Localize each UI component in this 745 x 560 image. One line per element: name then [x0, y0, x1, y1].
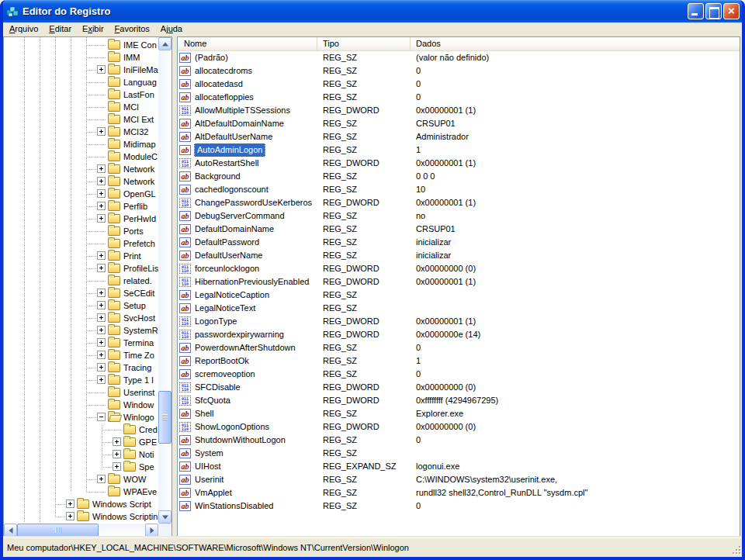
registry-value-row[interactable]: scremoveoptionREG_SZ0 — [178, 368, 740, 381]
scroll-down-button[interactable] — [158, 510, 172, 524]
registry-value-row[interactable]: ShellREG_SZExplorer.exe — [178, 407, 740, 420]
horizontal-scroll-thumb[interactable] — [17, 524, 99, 537]
tree-item[interactable]: IniFileMa — [4, 64, 158, 76]
tree-item[interactable]: Noti — [4, 448, 158, 461]
expand-plus-icon[interactable] — [97, 351, 106, 359]
tree-item[interactable]: ProfileLis — [4, 262, 158, 275]
registry-value-row[interactable]: UIHostREG_EXPAND_SZlogonui.exe — [178, 460, 740, 473]
tree-vertical-scrollbar[interactable] — [158, 37, 172, 524]
tree-item[interactable]: Languag — [4, 76, 158, 88]
column-header-dados[interactable]: Dados — [411, 37, 740, 51]
registry-value-row[interactable]: DebugServerCommandREG_SZno — [178, 209, 740, 223]
tree-horizontal-scrollbar[interactable] — [4, 524, 158, 537]
expand-plus-icon[interactable] — [97, 164, 106, 173]
registry-value-row[interactable]: ShowLogonOptionsREG_DWORD0x00000000 (0) — [178, 420, 740, 434]
menu-arquivo[interactable]: Arquivo — [4, 22, 43, 36]
tree-item[interactable]: Network — [4, 175, 158, 188]
tree-item[interactable]: Winlogo — [4, 411, 158, 423]
registry-value-row[interactable]: VmAppletREG_SZrundll32 shell32,Control_R… — [178, 486, 740, 500]
registry-value-row[interactable]: AltDefaultDomainNameREG_SZCRSUP01 — [178, 117, 740, 130]
tree-item[interactable]: Type 1 I — [4, 374, 158, 386]
tree-item[interactable]: GPE — [4, 436, 158, 448]
column-header-tipo[interactable]: Tipo — [317, 37, 411, 51]
tree-item[interactable]: Network — [4, 163, 158, 175]
expand-plus-icon[interactable] — [97, 189, 106, 198]
registry-value-row[interactable]: passwordexpirywarningREG_DWORD0x0000000e… — [178, 328, 740, 341]
registry-value-row[interactable]: HibernationPreviouslyEnabledREG_DWORD0x0… — [178, 275, 740, 289]
registry-value-row[interactable]: AltDefaultUserNameREG_SZAdministrador — [178, 130, 740, 143]
registry-value-row[interactable]: DefaultUserNameREG_SZinicializar — [178, 249, 740, 262]
registry-value-row[interactable]: AutoAdminLogonREG_SZ1 — [178, 143, 740, 157]
expand-plus-icon[interactable] — [97, 264, 106, 272]
tree-item[interactable]: IMM — [4, 51, 158, 64]
registry-value-row[interactable]: ChangePasswordUseKerberosREG_DWORD0x0000… — [178, 196, 740, 209]
expand-plus-icon[interactable] — [97, 202, 106, 210]
tree-item[interactable]: MCI32 — [4, 126, 158, 138]
tree-item[interactable]: Cred — [4, 423, 158, 436]
tree-item[interactable]: SvcHost — [4, 312, 158, 324]
expand-plus-icon[interactable] — [97, 313, 106, 322]
expand-plus-icon[interactable] — [97, 177, 106, 185]
tree-item[interactable]: SystemR — [4, 324, 158, 337]
registry-value-row[interactable]: AllowMultipleTSSessionsREG_DWORD0x000000… — [178, 104, 740, 117]
tree-item[interactable]: MCI Ext — [4, 113, 158, 126]
vertical-scroll-thumb[interactable] — [158, 391, 172, 444]
registry-value-row[interactable]: allocatecdromsREG_SZ0 — [178, 64, 740, 78]
expand-plus-icon[interactable] — [97, 65, 106, 74]
expand-plus-icon[interactable] — [66, 500, 74, 508]
registry-value-row[interactable]: AutoRestartShellREG_DWORD0x00000001 (1) — [178, 157, 740, 170]
registry-value-row[interactable]: WinStationsDisabledREG_SZ0 — [178, 500, 740, 513]
registry-value-row[interactable]: allocatedasdREG_SZ0 — [178, 78, 740, 91]
tree-item[interactable]: Windows Scriptin — [4, 510, 158, 523]
expand-plus-icon[interactable] — [66, 512, 74, 520]
tree-item[interactable]: LastFon — [4, 88, 158, 101]
tree-item[interactable]: OpenGL — [4, 188, 158, 200]
tree-item[interactable]: Tracing — [4, 361, 158, 374]
tree-item[interactable]: SeCEdit — [4, 287, 158, 299]
expand-plus-icon[interactable] — [97, 127, 106, 136]
tree-item[interactable]: MCI — [4, 101, 158, 113]
tree-item[interactable]: Windows Script — [4, 498, 158, 510]
tree-item[interactable]: Setup — [4, 299, 158, 312]
registry-value-row[interactable]: PowerdownAfterShutdownREG_SZ0 — [178, 341, 740, 354]
expand-plus-icon[interactable] — [97, 475, 106, 483]
menu-exibir[interactable]: Exibir — [77, 22, 109, 36]
tree-item[interactable]: Midimap — [4, 138, 158, 150]
expand-plus-icon[interactable] — [97, 338, 106, 347]
expand-plus-icon[interactable] — [97, 251, 106, 260]
expand-plus-icon[interactable] — [97, 375, 106, 384]
tree-item[interactable]: Userinst — [4, 386, 158, 399]
menu-editar[interactable]: Editar — [43, 22, 77, 36]
registry-value-row[interactable]: BackgroundREG_SZ0 0 0 — [178, 170, 740, 183]
expand-plus-icon[interactable] — [113, 437, 121, 446]
collapse-minus-icon[interactable] — [97, 413, 106, 421]
registry-value-row[interactable]: SFCDisableREG_DWORD0x00000000 (0) — [178, 381, 740, 394]
expand-plus-icon[interactable] — [113, 450, 121, 458]
tree-item[interactable]: Termina — [4, 337, 158, 349]
tree-item[interactable]: Prefetch — [4, 237, 158, 250]
scroll-right-button[interactable] — [145, 524, 158, 537]
registry-value-row[interactable]: DefaultDomainNameREG_SZCRSUP01 — [178, 223, 740, 236]
expand-plus-icon[interactable] — [97, 363, 106, 372]
close-button[interactable] — [723, 3, 740, 19]
tree-item[interactable]: Ports — [4, 225, 158, 237]
registry-value-row[interactable]: LegalNoticeCaptionREG_SZ — [178, 289, 740, 302]
scroll-left-button[interactable] — [4, 524, 17, 537]
tree-item[interactable]: Window — [4, 399, 158, 411]
column-header-nome[interactable]: Nome — [178, 37, 317, 51]
registry-value-row[interactable]: allocatefloppiesREG_SZ0 — [178, 91, 740, 104]
resize-grip[interactable] — [729, 544, 741, 556]
expand-plus-icon[interactable] — [97, 289, 106, 297]
expand-plus-icon[interactable] — [113, 462, 121, 471]
registry-value-row[interactable]: ReportBootOkREG_SZ1 — [178, 354, 740, 368]
expand-plus-icon[interactable] — [97, 214, 106, 223]
tree-item[interactable]: Print — [4, 250, 158, 262]
tree-item[interactable]: WPAEve — [4, 486, 158, 498]
registry-value-row[interactable]: UserinitREG_SZC:\WINDOWS\system32\userin… — [178, 473, 740, 486]
minimize-button[interactable] — [688, 3, 704, 19]
registry-value-row[interactable]: forceunlocklogonREG_DWORD0x00000000 (0) — [178, 262, 740, 275]
registry-value-row[interactable]: DefaultPasswordREG_SZinicializar — [178, 236, 740, 249]
registry-value-row[interactable]: cachedlogonscountREG_SZ10 — [178, 183, 740, 196]
tree-item[interactable]: Time Zo — [4, 349, 158, 361]
scroll-up-button[interactable] — [158, 37, 172, 50]
